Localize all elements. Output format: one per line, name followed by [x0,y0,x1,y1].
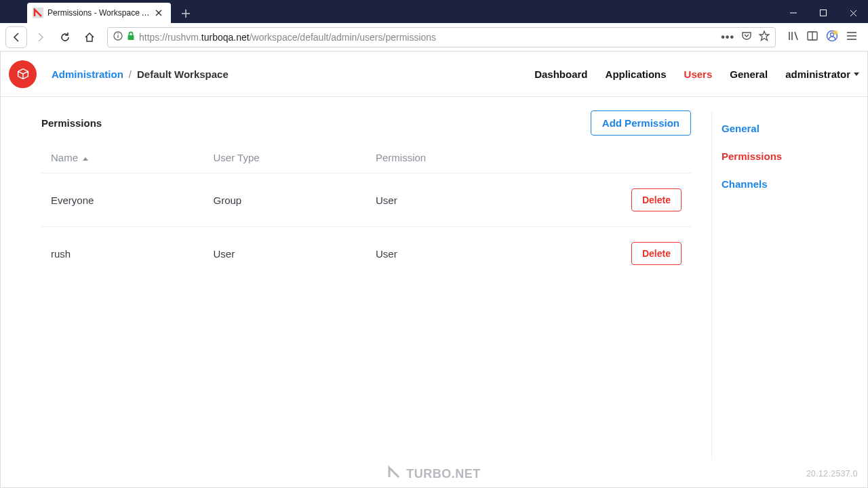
library-icon[interactable] [788,30,799,44]
browser-titlebar: Permissions - Workspace Admi [0,0,868,23]
breadcrumb-link-administration[interactable]: Administration [52,68,123,80]
cell-name: rush [41,227,204,281]
breadcrumb: Administration / Default Workspace [52,68,229,80]
window-minimize-button[interactable] [778,3,808,23]
right-sidebar: General Permissions Channels [711,110,827,460]
footer-brand-text: TURBO.NET [406,467,481,481]
sort-asc-icon [83,157,88,161]
nav-users[interactable]: Users [684,68,713,80]
forward-button [30,26,52,48]
tab-title: Permissions - Workspace Admi [47,8,151,18]
cell-name: Everyone [41,174,204,227]
col-header-permission[interactable]: Permission [366,144,561,174]
add-permission-button[interactable]: Add Permission [591,110,691,136]
app-footer: TURBO.NET 20.12.2537.0 [1,460,867,487]
info-icon[interactable] [113,31,123,43]
sidebar-item-channels[interactable]: Channels [722,170,827,198]
top-nav: Dashboard Applications Users General adm… [534,68,859,80]
page-title: Permissions [41,117,102,129]
col-header-name[interactable]: Name [41,144,204,174]
url-bar[interactable]: https://rushvm.turboqa.net/workspace/def… [107,27,776,47]
permissions-table: Name User Type Permission Everyone Group… [41,144,691,280]
table-row: Everyone Group User Delete [41,174,691,227]
footer-version: 20.12.2537.0 [806,469,858,479]
menu-icon[interactable] [846,31,857,43]
user-menu-label: administrator [785,68,850,80]
breadcrumb-current: Default Workspace [137,68,229,80]
svg-rect-11 [128,35,134,40]
nav-general[interactable]: General [730,68,768,80]
tab-favicon-icon [33,7,43,18]
cell-usertype: Group [204,174,367,227]
tab-close-icon[interactable] [153,7,164,18]
table-row: rush User User Delete [41,227,691,281]
app-header: Administration / Default Workspace Dashb… [1,52,867,97]
svg-rect-5 [821,10,827,16]
window-maximize-button[interactable] [808,3,838,23]
svg-point-19 [833,30,837,35]
cell-usertype: User [204,227,367,281]
svg-point-10 [117,33,119,35]
bookmark-star-icon[interactable] [759,30,770,44]
user-menu[interactable]: administrator [785,68,859,80]
back-button[interactable] [5,26,27,48]
caret-down-icon [854,73,859,76]
profile-icon[interactable] [826,30,838,45]
reload-button[interactable] [54,26,76,48]
sidebar-item-general[interactable]: General [722,115,827,142]
window-close-button[interactable] [838,3,868,23]
more-icon[interactable]: ••• [721,31,734,43]
breadcrumb-separator: / [129,68,132,80]
svg-line-14 [795,32,797,40]
sidebar-item-permissions[interactable]: Permissions [722,142,827,170]
app-logo-icon[interactable] [9,60,37,88]
delete-button[interactable]: Delete [631,188,682,211]
browser-toolbar: https://rushvm.turboqa.net/workspace/def… [0,23,868,52]
url-text: https://rushvm.turboqa.net/workspace/def… [139,32,717,43]
cell-permission: User [366,174,561,227]
pocket-icon[interactable] [741,31,752,43]
cell-permission: User [366,227,561,281]
new-tab-button[interactable] [176,4,195,23]
nav-applications[interactable]: Applications [606,68,667,80]
col-header-usertype[interactable]: User Type [204,144,367,174]
footer-logo-icon [387,466,401,483]
browser-tab-active[interactable]: Permissions - Workspace Admi [27,3,171,23]
nav-dashboard[interactable]: Dashboard [534,68,587,80]
home-button[interactable] [79,26,100,48]
lock-icon [127,31,135,43]
svg-point-18 [831,33,834,36]
reader-view-icon[interactable] [807,30,818,44]
delete-button[interactable]: Delete [631,242,682,265]
